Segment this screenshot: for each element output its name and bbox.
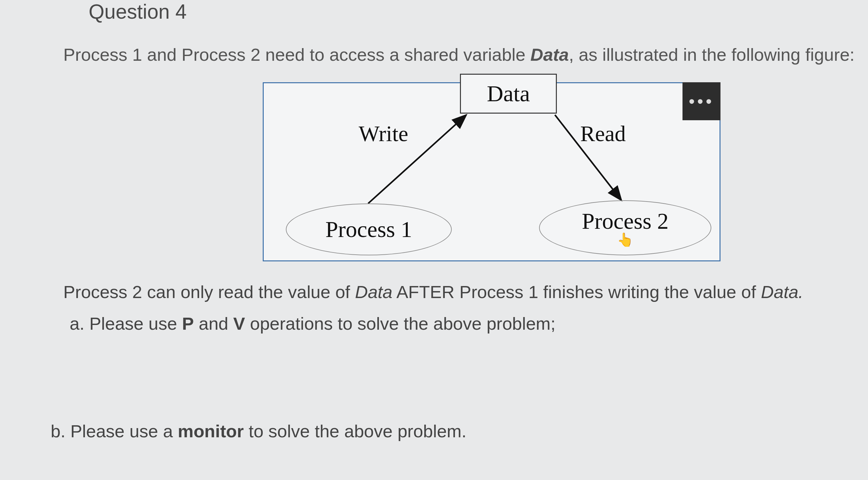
intro-pre: Process 1 and Process 2 need to access a… xyxy=(63,44,531,65)
part-a-post: operations to solve the above problem; xyxy=(245,314,556,333)
figure-box: ••• Data Write Read Process 1 Process 2 … xyxy=(263,82,720,261)
part-b-pre: b. Please use a xyxy=(51,421,178,441)
overflow-menu[interactable]: ••• xyxy=(682,82,720,120)
part-b-monitor: monitor xyxy=(178,421,244,441)
read-label: Read xyxy=(580,121,626,147)
part-a-text: a. Please use P and V operations to solv… xyxy=(70,313,556,334)
data-variable-box: Data xyxy=(460,74,557,114)
after-var2: Data. xyxy=(761,282,803,302)
process-2-label: Process 2 xyxy=(582,208,669,234)
process-2-node: Process 2 👆 xyxy=(539,200,711,255)
part-b-text: b. Please use a monitor to solve the abo… xyxy=(51,421,467,441)
after-var1: Data xyxy=(355,282,392,302)
part-a-and: and xyxy=(194,314,233,333)
part-a-v: V xyxy=(233,314,245,333)
constraint-text: Process 2 can only read the value of Dat… xyxy=(63,282,803,302)
data-label: Data xyxy=(487,81,530,107)
part-a-pre: a. Please use xyxy=(70,314,182,333)
after-pre: Process 2 can only read the value of xyxy=(63,282,355,302)
ellipsis-icon: ••• xyxy=(689,91,714,111)
write-label: Write xyxy=(359,121,408,147)
process-1-label: Process 1 xyxy=(326,217,412,243)
part-a-p: P xyxy=(182,314,194,333)
intro-variable: Data xyxy=(531,44,569,65)
cursor-hand-icon: 👆 xyxy=(617,232,633,248)
intro-post: , as illustrated in the following figure… xyxy=(569,44,855,65)
intro-text: Process 1 and Process 2 need to access a… xyxy=(63,44,855,65)
part-b-post: to solve the above problem. xyxy=(244,421,467,441)
question-page: Question 4 Process 1 and Process 2 need … xyxy=(0,0,868,480)
after-mid: AFTER Process 1 finishes writing the val… xyxy=(393,282,761,302)
process-1-node: Process 1 xyxy=(286,203,452,255)
question-title: Question 4 xyxy=(89,0,187,24)
